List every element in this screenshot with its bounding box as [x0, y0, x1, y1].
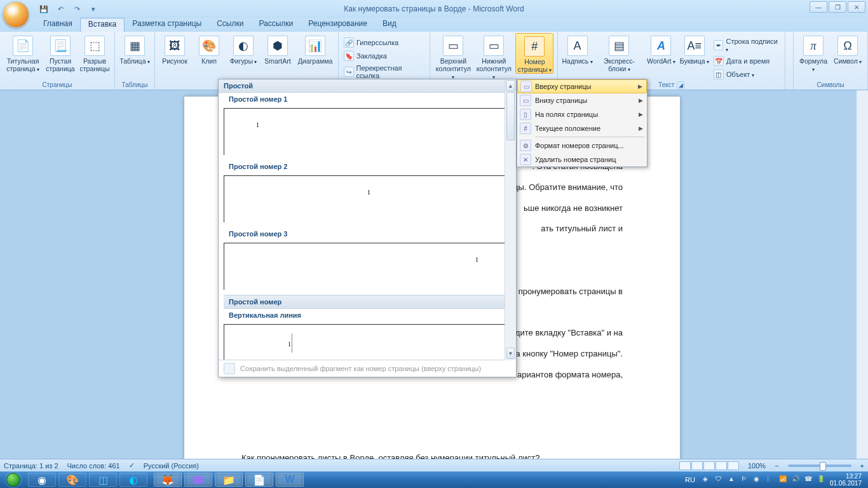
tab-view[interactable]: Вид [375, 18, 404, 32]
page-number-menu: ▭Вверху страницы▶ ▭Внизу страницы▶ ▯На п… [517, 79, 648, 167]
clipart-icon: 🎨 [199, 36, 219, 56]
power-icon[interactable]: 🔋 [817, 475, 826, 484]
gallery-item-4[interactable]: 1 [224, 324, 511, 360]
start-button[interactable] [0, 471, 27, 488]
tray-icon[interactable]: ◈ [703, 475, 712, 484]
proofing-icon[interactable]: ✓ [129, 461, 135, 470]
table-icon: ▦ [125, 36, 145, 56]
redo-icon[interactable]: ↷ [70, 2, 84, 16]
gallery-item-3[interactable]: 1 [224, 243, 511, 290]
symbol-button[interactable]: ΩСимвол [832, 33, 864, 65]
taskbar-paint[interactable]: 🎨 [58, 473, 86, 487]
taskbar-explorer[interactable]: 📁 [215, 473, 243, 487]
blank-page-button[interactable]: 📃Пустая страница [44, 33, 76, 72]
taskbar-chrome[interactable]: ◉ [28, 473, 56, 487]
taskbar-firefox[interactable]: 🦊 [154, 473, 182, 487]
smartart-button[interactable]: ⬢SmartArt [262, 33, 294, 65]
qat-customize-icon[interactable]: ▾ [86, 2, 100, 16]
taskbar-word[interactable]: W [276, 473, 304, 487]
tray-icon[interactable]: 🛡 [715, 475, 724, 484]
tab-home[interactable]: Главная [36, 18, 80, 32]
tray-icon[interactable]: ▲ [728, 475, 737, 484]
minimize-button[interactable]: — [810, 1, 827, 13]
office-button[interactable] [3, 1, 29, 28]
taskbar-app1[interactable]: ◫ [89, 473, 117, 487]
taskbar-app2[interactable]: ◐ [119, 473, 147, 487]
tab-mailings[interactable]: Рассылки [251, 18, 301, 32]
footer-icon: ▭ [484, 36, 504, 56]
hyperlink-button[interactable]: 🔗Гиперссылка [342, 37, 426, 48]
crossref-button[interactable]: ↪Перекрестная ссылка [342, 64, 426, 80]
tray-icon[interactable]: ◉ [754, 475, 763, 484]
vertical-scrollbar[interactable] [857, 90, 868, 459]
page-break-button[interactable]: ⬚Разрыв страницы [79, 33, 111, 72]
maximize-button[interactable]: ❐ [829, 1, 846, 13]
scroll-down-icon[interactable]: ▼ [506, 348, 515, 359]
header-button[interactable]: ▭Верхний колонтитул [434, 33, 472, 80]
view-draft[interactable] [728, 461, 739, 470]
equation-button[interactable]: πФормула [797, 33, 829, 72]
view-full-screen[interactable] [691, 461, 703, 470]
shapes-button[interactable]: ◐Фигуры [227, 33, 259, 65]
textbox-button[interactable]: AНадпись [562, 33, 592, 65]
menu-page-margins[interactable]: ▯На полях страницы▶ [517, 107, 647, 121]
menu-top-of-page[interactable]: ▭Вверху страницы▶ [517, 79, 647, 93]
view-web-layout[interactable] [703, 461, 715, 470]
taskbar-viber[interactable]: ☎ [184, 473, 212, 487]
volume-icon[interactable]: 🔊 [792, 475, 801, 484]
bookmark-icon: 🔖 [344, 51, 354, 61]
view-outline[interactable] [715, 461, 727, 470]
menu-bottom-of-page[interactable]: ▭Внизу страницы▶ [517, 93, 647, 107]
zoom-slider[interactable] [788, 464, 851, 467]
gallery-scrollbar[interactable]: ▲ ▼ [505, 79, 516, 360]
tab-layout[interactable]: Разметка страницы [125, 18, 209, 32]
gallery-heading: Простой [219, 79, 516, 93]
language-indicator[interactable]: RU [681, 476, 699, 484]
quickparts-button[interactable]: ▤Экспресс-блоки [595, 33, 643, 72]
gallery-item-2[interactable]: 1 [224, 175, 511, 222]
text-dialog-launcher[interactable]: ◢ [677, 81, 684, 89]
zoom-in-button[interactable]: + [860, 462, 864, 470]
dropcap-button[interactable]: A≡Буквица [679, 33, 710, 65]
tab-insert[interactable]: Вставка [80, 18, 125, 32]
taskbar-notepad[interactable]: 📄 [245, 473, 273, 487]
tab-review[interactable]: Рецензирование [301, 18, 375, 32]
signature-line-button[interactable]: ✒Строка подписи [712, 37, 781, 53]
status-language[interactable]: Русский (Россия) [144, 462, 199, 470]
chart-icon: 📊 [305, 36, 325, 56]
bookmark-button[interactable]: 🔖Закладка [342, 50, 426, 62]
scroll-thumb[interactable] [506, 92, 515, 140]
tray-icon[interactable]: ☎ [804, 475, 813, 484]
status-words[interactable]: Число слов: 461 [67, 462, 120, 470]
zoom-out-button[interactable]: − [775, 462, 778, 470]
tab-references[interactable]: Ссылки [209, 18, 251, 32]
menu-current-position[interactable]: #Текущее положение▶ [517, 121, 647, 135]
status-page[interactable]: Страница: 1 из 2 [4, 462, 58, 470]
picture-button[interactable]: 🖼Рисунок [159, 33, 191, 65]
network-icon[interactable]: 📶 [779, 475, 788, 484]
titlebar: 💾 ↶ ↷ ▾ Как нумеровать страницы в Ворде … [0, 0, 868, 18]
clock[interactable]: 13:27 01.06.2017 [830, 473, 864, 487]
undo-icon[interactable]: ↶ [53, 2, 67, 16]
bluetooth-icon[interactable]: ᛒ [766, 475, 775, 484]
clipart-button[interactable]: 🎨Клип [193, 33, 225, 65]
gallery-item-1[interactable]: 1 [224, 108, 511, 155]
gallery-item-label: Простой номер 1 [224, 93, 511, 105]
system-tray: RU ◈ 🛡 ▲ 🏳 ◉ ᛒ 📶 🔊 ☎ 🔋 13:27 01.06.2017 [677, 473, 868, 487]
table-button[interactable]: ▦Таблица [119, 33, 151, 65]
cover-page-button[interactable]: 📄Титульная страница [4, 33, 42, 72]
scroll-up-icon[interactable]: ▲ [506, 80, 515, 92]
menu-format-page-numbers[interactable]: ⚙Формат номеров страниц... [517, 139, 647, 152]
wordart-button[interactable]: AWordArt [646, 33, 676, 65]
datetime-button[interactable]: 📅Дата и время [712, 55, 781, 67]
zoom-level[interactable]: 100% [748, 462, 766, 470]
menu-remove-page-numbers[interactable]: ✕Удалить номера страниц [517, 152, 647, 166]
footer-button[interactable]: ▭Нижний колонтитул [475, 33, 513, 80]
page-number-button[interactable]: #Номер страницы [515, 33, 553, 74]
tray-icon[interactable]: 🏳 [741, 475, 750, 484]
view-print-layout[interactable] [679, 461, 691, 470]
close-button[interactable]: ✕ [848, 1, 865, 13]
object-button[interactable]: ◫Объект [712, 69, 781, 80]
save-icon[interactable]: 💾 [37, 2, 51, 16]
chart-button[interactable]: 📊Диаграмма [296, 33, 334, 65]
